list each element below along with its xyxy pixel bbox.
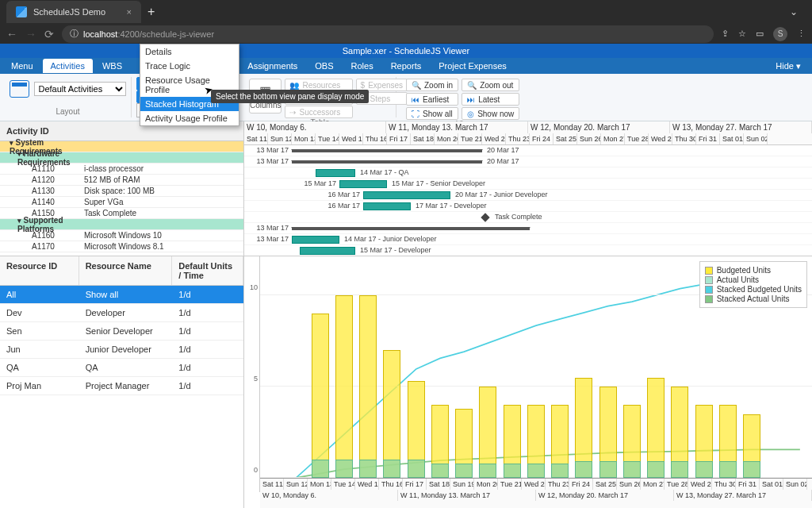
day-header: Sat 25 [593,479,617,490]
zoom-in-button[interactable]: 🔍Zoom in [406,79,458,91]
ribbon: Default Activities Layout ▤Gantt ▥Bottom… [0,74,812,121]
menu-menu[interactable]: Menu [3,59,41,73]
day-header: Sat 11 [244,133,268,144]
day-header: Sun 02 [783,479,807,490]
day-header: Mon 13 [308,479,331,490]
people-icon: 👥 [289,81,299,90]
menu-assignments[interactable]: Assignments [239,59,305,73]
menu-activities[interactable]: Activities [43,59,93,73]
first-icon: ⏮ [412,95,419,104]
main-menu: MenuActivitiesWBSProjectsResourcesAssign… [0,58,812,74]
menu-wbs[interactable]: WBS [94,59,130,73]
activity-row[interactable]: A1130Disk space: 100 MB [0,186,243,197]
chart-bar [504,464,521,478]
chart-bar [599,461,617,478]
day-header: Wed 29 [688,479,712,490]
panel-icon[interactable]: ▭ [756,29,764,39]
activity-row[interactable]: A1170Microsoft Windows 8.1 [0,241,243,252]
day-header: Thu 16 [363,133,387,144]
browser-tab[interactable]: ScheduleJS Demo × [6,1,141,23]
zoom-in-icon: 🔍 [412,81,421,90]
day-header: Mon 20 [474,479,498,490]
legend-item: Stacked Actual Units [705,294,802,303]
gantt-row[interactable]: 16 Mar 1717 Mar 17 - Developer [244,201,812,212]
show-now-button[interactable]: ◎Show now [462,107,519,120]
hide-button[interactable]: Hide ▾ [768,59,809,74]
back-icon[interactable]: ← [6,28,17,40]
gantt-row[interactable]: 15 Mar 1715 Mar 17 - Senior Developer [244,179,812,190]
chart-bar [719,461,737,478]
day-header: Sat 18 [427,479,450,490]
resource-row[interactable]: Proj ManProject Manager1/d [0,377,243,395]
url-bar[interactable]: ⓘ localhost:4200/schedule-js-viewer [62,25,714,43]
resource-row[interactable]: DevDeveloper1/d [0,304,243,322]
reload-icon[interactable]: ⟳ [44,28,54,40]
activity-row[interactable]: Hardware Requirements [0,152,243,164]
day-header: Tue 14 [316,133,339,144]
gantt-row[interactable]: 16 Mar 1720 Mar 17 - Junior Developer [244,190,812,201]
tabs-overflow-icon[interactable]: ⌄ [790,6,806,17]
resource-row[interactable]: AllShow all1/d [0,286,243,304]
chart-bar [335,295,353,478]
layout-combo[interactable]: Default Activities [34,82,126,96]
col-default-units[interactable]: Default Units / Time [172,256,243,285]
resource-row[interactable]: QAQA1/d [0,359,243,377]
menu-roles[interactable]: Roles [343,59,381,73]
resource-row[interactable]: SenSenior Developer1/d [0,322,243,341]
zoom-out-button[interactable]: 🔍Zoom out [462,79,519,91]
earliest-button[interactable]: ⏮Earliest [406,93,458,106]
dropdown-item[interactable]: Details [140,44,239,59]
day-header: Wed 15 [339,133,363,144]
activity-row[interactable]: A1110i-class processor [0,164,243,175]
day-header: Thu 23 [506,133,530,144]
gantt-row[interactable]: 13 Mar 1714 Mar 17 - Junior Developer [244,234,812,245]
activity-row[interactable]: A1120512 MB of RAM [0,175,243,186]
layout-icon[interactable] [10,80,29,98]
gantt-row[interactable]: 13 Mar 1720 Mar 17 [244,145,812,156]
bottom-view-dropdown: DetailsTrace LogicResource Usage Profile… [140,44,239,126]
gantt-row[interactable]: 13 Mar 1720 Mar 17 [244,156,812,167]
legend-item: Stacked Budgeted Units [705,285,802,294]
profile-avatar[interactable]: S [773,27,787,41]
share-icon[interactable]: ⇪ [722,29,729,39]
show-all-button[interactable]: ⛶Show all [406,107,458,120]
target-icon: ◎ [467,110,474,118]
new-tab-icon[interactable]: + [147,5,155,19]
chart-bar [312,460,329,478]
dropdown-item[interactable]: Trace Logic [140,59,239,73]
gantt-row[interactable]: Task Complete [244,212,812,223]
gantt-row[interactable]: 13 Mar 17 [244,223,812,234]
activity-row[interactable]: A1140Super VGa [0,197,243,208]
successors-button[interactable]: ⇢Successors [285,106,352,118]
col-resource-name[interactable]: Resource Name [79,256,173,285]
menu-project expenses[interactable]: Project Expenses [431,59,515,73]
day-header: Wed 22 [522,479,546,490]
latest-button[interactable]: ⏭Latest [462,93,519,106]
gantt-row[interactable]: 14 Mar 17 - QA [244,167,812,179]
activity-row[interactable]: Supported Platforms [0,219,243,230]
last-icon: ⏭ [467,95,475,104]
bookmark-icon[interactable]: ☆ [738,29,746,39]
chart-bar [479,464,496,478]
day-header: Sun 26 [617,479,641,490]
resource-row[interactable]: JunJunior Developer1/d [0,341,243,359]
activity-row[interactable]: A1160Microsoft Windows 10 [0,230,243,241]
kebab-menu-icon[interactable]: ⋮ [797,29,806,39]
legend-item: Budgeted Units [705,266,802,275]
forward-icon[interactable]: → [25,28,36,40]
col-resource-id[interactable]: Resource ID [0,256,79,285]
dropdown-item[interactable]: Activity Usage Profile [140,111,239,125]
menu-reports[interactable]: Reports [383,59,430,73]
tab-title: ScheduleJS Demo [33,7,105,17]
chart-bar [383,350,400,478]
week-header: W 12, Monday 20. March 17 [528,121,670,133]
tab-close-icon[interactable]: × [127,7,132,17]
gantt-row[interactable]: 15 Mar 17 - Developer [244,245,812,256]
day-header: Fri 17 [403,479,427,490]
site-info-icon[interactable]: ⓘ [70,28,79,40]
day-header: Sat 11 [260,479,284,490]
day-header: Mon 13 [292,133,316,144]
day-header: Sat 01 [720,133,744,144]
day-header: Sun 26 [577,133,601,144]
menu-obs[interactable]: OBS [307,59,341,73]
